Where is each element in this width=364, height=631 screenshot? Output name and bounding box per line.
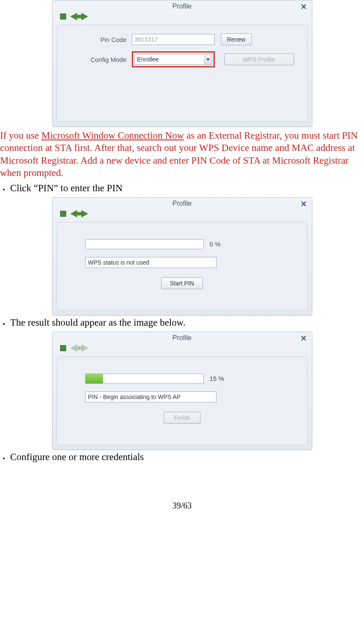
- back-icon: [70, 344, 77, 352]
- config-mode-label: Config Mode: [64, 56, 132, 63]
- close-icon[interactable]: ✕: [300, 199, 307, 209]
- wps-status-box: WPS status is not used: [85, 257, 217, 268]
- dialog-body: 15 % PIN - Begin associating to WPS AP F…: [57, 356, 308, 445]
- progress-percent: 0 %: [210, 240, 221, 248]
- profile-dialog-progress: Profile ✕ 15 % PIN - Begin associating t…: [52, 332, 312, 450]
- registrar-note: If you use Microsoft Window Connection N…: [0, 129, 363, 179]
- dialog-toolbar: [53, 343, 312, 355]
- stop-icon[interactable]: [60, 345, 66, 351]
- dialog-title: Profile ✕: [53, 198, 312, 209]
- dialog-body: Pin Code Renew Config Mode Enrollee WPS: [57, 25, 308, 122]
- bullet-result-image: The result should appear as the image be…: [9, 317, 364, 328]
- bullet-click-pin: Click “PIN” to enter the PIN: [9, 183, 364, 194]
- profile-dialog-start-pin: Profile ✕ 0 % WPS status is not used Sta…: [52, 197, 312, 316]
- progress-percent: 15 %: [210, 375, 224, 382]
- profile-dialog-config: Profile ✕ Pin Code Renew Config Mode Enr…: [52, 0, 312, 127]
- progress-bar: [85, 239, 204, 249]
- note-link: Microsoft Window Connection Now: [42, 130, 184, 141]
- dialog-title-text: Profile: [172, 200, 192, 207]
- progress-fill: [86, 374, 103, 383]
- close-icon[interactable]: ✕: [300, 2, 307, 11]
- dialog-title-text: Profile: [172, 3, 192, 10]
- renew-button[interactable]: Renew: [221, 34, 252, 45]
- dropdown-icon: [204, 54, 212, 64]
- pin-code-label: Pin Code: [64, 36, 132, 43]
- config-mode-value: Enrollee: [135, 56, 204, 63]
- dialog-toolbar: [53, 209, 312, 220]
- back-icon[interactable]: [70, 13, 77, 20]
- wps-status-box: PIN - Begin associating to WPS AP: [85, 391, 217, 402]
- close-icon[interactable]: ✕: [300, 334, 307, 343]
- dialog-toolbar: [53, 11, 312, 23]
- forward-icon[interactable]: [81, 210, 88, 218]
- wps-profile-button: WPS Profile: [224, 53, 294, 65]
- config-mode-select[interactable]: Enrollee: [134, 54, 212, 65]
- stop-icon[interactable]: [60, 211, 66, 217]
- dialog-title: Profile ✕: [53, 0, 312, 11]
- pin-code-input[interactable]: [132, 34, 215, 45]
- page-number: 39/63: [0, 501, 364, 515]
- dialog-title-text: Profile: [172, 334, 192, 341]
- dialog-body: 0 % WPS status is not used Start PIN: [57, 222, 308, 311]
- start-pin-button[interactable]: Start PIN: [161, 277, 203, 289]
- back-icon[interactable]: [70, 210, 77, 218]
- progress-bar: [85, 374, 204, 384]
- forward-icon[interactable]: [81, 13, 88, 20]
- dialog-title: Profile ✕: [53, 332, 312, 343]
- note-prefix: If you use: [0, 130, 42, 141]
- forward-icon: [81, 344, 88, 352]
- config-mode-highlight: Enrollee: [132, 51, 215, 67]
- stop-icon[interactable]: [60, 14, 66, 20]
- bullet-configure-credentials: Configure one or more credentials: [9, 452, 364, 463]
- finish-button: Finish: [164, 412, 200, 424]
